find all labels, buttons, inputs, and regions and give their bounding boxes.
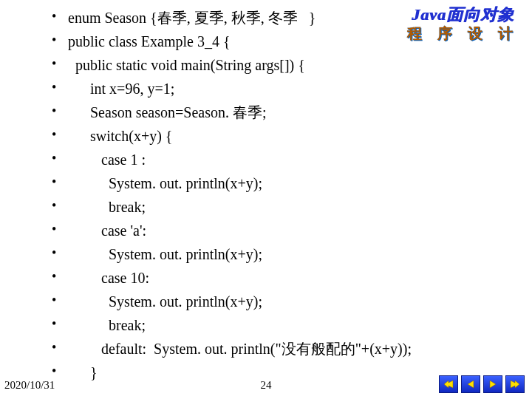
svg-marker-0 (444, 381, 453, 388)
nav-prev-button[interactable] (461, 375, 480, 393)
code-line: System. out. println(x+y); (52, 290, 436, 313)
nav-controls (439, 375, 525, 393)
nav-next-button[interactable] (483, 375, 502, 393)
prev-icon (466, 379, 476, 389)
svg-marker-3 (511, 381, 519, 388)
first-icon (443, 379, 454, 389)
slide: Java面向对象 程 序 设 计 enum Season {春季, 夏季, 秋季… (0, 0, 532, 399)
code-line: case 1 : (52, 148, 436, 171)
svg-marker-2 (490, 381, 496, 388)
code-line: default: System. out. println("没有般配的"+(x… (52, 337, 436, 361)
code-line: public class Example 3_4 { (52, 30, 436, 53)
svg-marker-1 (468, 381, 474, 388)
nav-last-button[interactable] (505, 375, 525, 393)
nav-first-button[interactable] (439, 375, 458, 393)
code-line: switch(x+y) { (52, 124, 436, 148)
code-line: System. out. println(x+y); (52, 171, 436, 195)
code-line: case 10: (52, 266, 436, 290)
code-line: int x=96, y=1; (52, 77, 436, 100)
code-line: public static void main(String args[]) { (52, 53, 436, 77)
code-line: break; (52, 195, 436, 219)
next-icon (488, 379, 498, 389)
code-line: enum Season {春季, 夏季, 秋季, 冬季 } (52, 6, 436, 30)
code-line: Season season=Season. 春季; (52, 100, 436, 124)
code-line: case 'a': (52, 219, 436, 242)
code-block: enum Season {春季, 夏季, 秋季, 冬季 } public cla… (52, 6, 436, 384)
last-icon (510, 379, 520, 389)
code-line: break; (52, 313, 436, 337)
code-line: System. out. println(x+y); (52, 242, 436, 266)
